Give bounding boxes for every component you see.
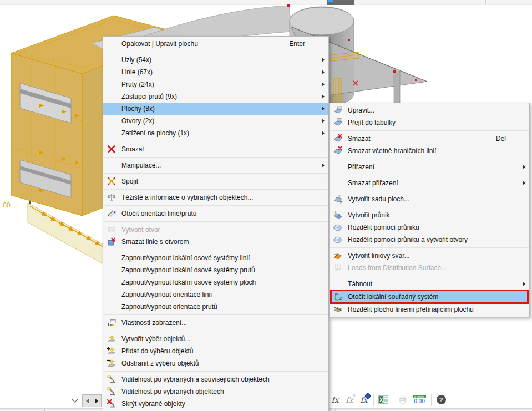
display-properties-icon: [107, 318, 118, 327]
menu-item-label: Pruty (24x): [121, 80, 154, 88]
menu-item-odstranit-z-vyberu[interactable]: Odstranit z výběru objektů: [103, 357, 328, 369]
menu-item-vytvorit-vyber[interactable]: Vytvořit výběr objektů...: [103, 333, 328, 345]
menu-item-otvory[interactable]: Otvory (2x): [103, 115, 328, 127]
fx-toolbar: fxfx✕fx0,00?: [325, 390, 448, 409]
menu-item-smazat-prirazeni[interactable]: Smazat přiřazení: [330, 177, 529, 189]
menu-item-zap-osove-linii[interactable]: Zapnout/vypnout lokální osové systémy li…: [103, 252, 328, 264]
no-icon: [333, 179, 344, 187]
help-icon[interactable]: ?: [434, 393, 448, 407]
menu-item-prirazeni[interactable]: Přiřazení: [330, 161, 529, 173]
next-button[interactable]: [92, 394, 102, 407]
status-divider: [488, 409, 488, 411]
intersection-icon: [333, 211, 344, 220]
menu-item-label: Viditelnost po vybraných a souvisejících…: [121, 376, 270, 383]
menu-item-zatizeni-na-plochy[interactable]: Zatížení na plochy (1x): [103, 127, 328, 139]
menu-item-label: Otvory (2x): [121, 117, 154, 125]
menu-item-zastupci-prutu[interactable]: Zástupci prutů (9x): [103, 90, 328, 103]
combobox-dropdown-button[interactable]: [70, 394, 80, 407]
menu-separator: [330, 173, 529, 177]
no-icon: [107, 39, 118, 48]
menu-item-plochy[interactable]: Plochy (8x): [103, 103, 328, 115]
menu-item-smazat[interactable]: SmazatDel: [330, 133, 529, 145]
menu-item-vytvorit-sadu-ploch[interactable]: Vytvořit sadu ploch...: [330, 193, 529, 205]
menu-item-vytvorit-otvor[interactable]: Vytvořit otvor: [103, 224, 328, 236]
previous-button[interactable]: [82, 394, 92, 407]
menu-item-upravit[interactable]: Upravit...: [330, 104, 529, 116]
menu-item-shortcut: Enter: [289, 40, 305, 48]
visibility-selected-icon: [107, 387, 118, 396]
fx-view-icon[interactable]: fx: [357, 393, 371, 407]
menu-separator: [330, 274, 529, 278]
menu-separator: [103, 171, 328, 175]
menu-item-prejit-do-tabulky[interactable]: Přejít do tabulky: [330, 116, 529, 129]
menu-item-smazat-vcetne-hranicnich-linii[interactable]: Smazat včetně hraničních linií: [330, 145, 529, 157]
menu-item-zap-osove-prutu[interactable]: Zapnout/vypnout lokální osové systémy pr…: [103, 264, 328, 276]
menu-item-otocit-lokalni-souradny-system[interactable]: Otočit lokální souřadný systém: [330, 290, 529, 303]
no-icon: [107, 116, 118, 125]
menu-item-label: Smazat linie s otvorem: [121, 238, 189, 246]
menu-item-pruty[interactable]: Pruty (24x): [103, 78, 328, 90]
join-nodes-icon: [107, 177, 118, 186]
printer-icon[interactable]: [396, 393, 410, 407]
toolbar-separator: [393, 394, 393, 406]
menu-item-zap-orientace-linii[interactable]: Zapnout/vypnout orientace linií: [103, 288, 328, 301]
menu-item-label: Zástupci prutů (9x): [121, 93, 177, 100]
submenu-arrow-icon: [322, 82, 325, 87]
menu-item-teziste-informace[interactable]: Těžiště a informace o vybraných objektec…: [103, 191, 328, 204]
menu-item-vytvorit-prunik[interactable]: Vytvořit průnik: [330, 209, 529, 221]
menu-item-rozdelit-pruniku-otvory[interactable]: Rozdělit pomocí průniku a vytvořit otvor…: [330, 234, 529, 246]
excel-export-icon[interactable]: [376, 393, 391, 407]
menu-item-spojit[interactable]: Spojit: [103, 175, 328, 187]
menu-item-label: Zapnout/vypnout lokální osové systémy pr…: [121, 266, 255, 274]
menu-item-label: Vytvořit průnik: [348, 211, 390, 219]
menu-separator: [103, 248, 328, 252]
menu-item-loads-from-distribution-surface[interactable]: Loads from Distribution Surface...: [330, 262, 529, 274]
menu-item-smazat-linie-s-otvorem[interactable]: Smazat linie s otvorem: [103, 236, 328, 248]
menu-item-rozdelit-plochu-liniemi[interactable]: Rozdělit plochu liniemi přetínajícími pl…: [330, 303, 529, 316]
menu-item-viditelnost-vybrane[interactable]: Viditelnost po vybraných objektech: [103, 385, 328, 398]
menu-item-rozdelit-pomoci-pruniku[interactable]: Rozdělit pomocí průniku: [330, 221, 529, 234]
menu-item-skryt-vybrane[interactable]: Skrýt vybrané objekty: [103, 398, 328, 410]
no-icon: [107, 129, 118, 138]
surface-delete-boundary-icon: [333, 146, 344, 155]
menu-item-manipulace[interactable]: Manipulace...: [103, 159, 328, 171]
menu-item-label: Vytvořit výběr objektů...: [121, 335, 190, 343]
no-icon: [107, 266, 118, 275]
fx-icon[interactable]: fx: [328, 393, 342, 407]
menu-item-shortcut: Del: [496, 135, 506, 143]
menu-item-label: Zatížení na plochy (1x): [121, 129, 189, 137]
no-icon: [107, 253, 118, 262]
menu-separator: [103, 369, 328, 373]
menu-item-label: Přejít do tabulky: [348, 119, 396, 126]
menu-item-uzly[interactable]: Uzly (54x): [103, 54, 328, 66]
submenu-arrow-icon: [322, 58, 325, 62]
menu-item-label: Otočit orientaci linie/prutu: [121, 210, 196, 217]
menu-item-zap-osove-ploch[interactable]: Zapnout/vypnout lokální osové systémy pl…: [103, 276, 328, 288]
menu-separator: [103, 204, 328, 207]
rotate-local-cs-icon: [333, 292, 344, 301]
menu-item-otocit-orientaci[interactable]: Otočit orientaci linie/prutu: [103, 207, 328, 220]
menu-item-label: Spojit: [121, 177, 138, 185]
menu-item-vytvorit-liniovy-svar[interactable]: Vytvořit liniový svar...: [330, 250, 529, 262]
menu-item-pridat-do-vyberu[interactable]: Přidat do výběru objektů: [103, 345, 328, 357]
loadcase-combobox[interactable]: [0, 394, 70, 407]
menu-separator: [103, 50, 328, 54]
menu-item-vlastnosti-zobrazeni[interactable]: Vlastnosti zobrazení...: [103, 317, 328, 329]
menu-item-smazat[interactable]: Smazat: [103, 143, 328, 155]
no-icon: [107, 278, 118, 287]
menu-separator: [330, 157, 529, 161]
menu-item-label: Vytvořit liniový svar...: [348, 252, 410, 260]
no-icon: [107, 302, 118, 311]
menu-item-zap-orientace-prutu[interactable]: Zapnout/vypnout orientace prutů: [103, 301, 328, 313]
reverse-orientation-icon: [107, 209, 118, 218]
menu-item-linie[interactable]: Linie (67x): [103, 66, 328, 78]
fx-delete-icon[interactable]: fx✕: [342, 393, 357, 407]
distribution-loads-icon: [333, 263, 344, 272]
surface-table-icon: [333, 118, 344, 127]
menu-item-label: Smazat přiřazení: [348, 179, 398, 187]
no-icon: [107, 80, 118, 89]
decimal-places-icon[interactable]: 0,00: [410, 393, 429, 407]
menu-item-opakovat-upravit-plochu[interactable]: Opakovat | Upravit plochuEnter: [103, 38, 328, 50]
menu-item-viditelnost-souvisejici[interactable]: Viditelnost po vybraných a souvisejících…: [103, 373, 328, 385]
menu-item-tahnout[interactable]: Táhnout: [330, 278, 529, 290]
